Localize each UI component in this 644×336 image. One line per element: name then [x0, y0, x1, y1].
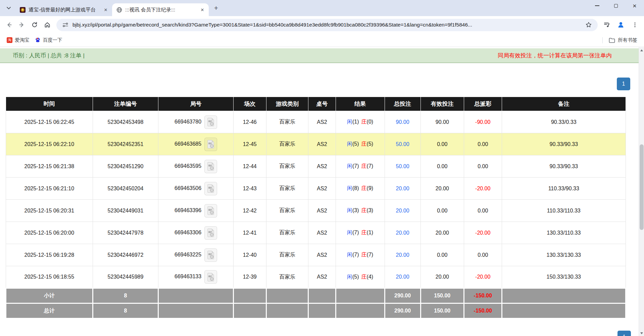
- bookmarks-bar: 淘 爱淘宝 百度一下 所有书签: [0, 34, 644, 47]
- browser-toolbar: bjbj.xyz/ipl/portal.php/game/betrecord_s…: [0, 16, 644, 34]
- tab-bet-record[interactable]: :::视讯 会员下注纪录::: ✕: [112, 3, 209, 16]
- bookmark-label: 爱淘宝: [15, 37, 30, 43]
- cell-valid-bet: 20.00: [420, 178, 464, 200]
- cell-valid-bet: 20.00: [420, 266, 464, 288]
- video-replay-button[interactable]: [204, 182, 217, 195]
- forward-icon: [18, 21, 25, 28]
- cell-valid-bet: 0.00: [420, 200, 464, 222]
- cell-table-no: AS2: [308, 266, 336, 288]
- bookmark-label: 百度一下: [43, 37, 62, 43]
- result-banker: 庄: [361, 119, 367, 125]
- result-banker: 庄: [361, 141, 367, 147]
- scroll-up-button[interactable]: [639, 47, 644, 53]
- cell-total-bet: 20.00: [385, 178, 420, 200]
- video-file-icon: [207, 140, 215, 149]
- result-player-count: (7): [352, 252, 359, 257]
- cell-game-type: 百家乐: [266, 111, 308, 133]
- taobao-icon: 淘: [7, 37, 12, 43]
- cell-total-bet: 90.00: [385, 111, 420, 133]
- column-header: 结果: [336, 97, 385, 111]
- round-number: 669463225: [175, 252, 201, 257]
- minimize-button[interactable]: [588, 0, 606, 11]
- video-replay-button[interactable]: [204, 226, 217, 240]
- result-player-count: (3): [352, 207, 359, 213]
- cell-table-no: AS2: [308, 200, 336, 222]
- folder-icon: [609, 38, 615, 43]
- scrollbar-thumb[interactable]: [640, 144, 644, 230]
- cell-total-bet: 20.00: [385, 200, 420, 222]
- video-file-icon: [207, 206, 215, 215]
- table-row: 2025-12-15 06:19:28 523042446972 6694632…: [6, 244, 626, 266]
- video-replay-button[interactable]: [204, 270, 217, 284]
- video-replay-button[interactable]: [204, 248, 217, 262]
- tab-title: 通宝-信誉最好的网上游戏平台: [29, 7, 100, 13]
- tab-search-button[interactable]: [5, 4, 13, 12]
- profile-button[interactable]: [614, 18, 627, 31]
- cell-payout: 0.00: [464, 244, 502, 266]
- result-player-count: (8): [352, 185, 359, 191]
- media-controls-button[interactable]: [600, 18, 613, 31]
- maximize-icon: [614, 4, 618, 8]
- table-summary-row: 小计 8 290.00 150.00 -150.00: [6, 288, 626, 303]
- menu-button[interactable]: [629, 18, 641, 31]
- close-button[interactable]: ✕: [625, 0, 644, 11]
- cell-note: 130.33/110.33: [502, 222, 626, 244]
- cell-session: 12-45: [233, 133, 266, 155]
- minimize-icon: [595, 5, 599, 6]
- home-icon: [44, 21, 51, 28]
- pagination-page-1-button-bottom[interactable]: 1: [617, 331, 631, 336]
- home-button[interactable]: [41, 18, 54, 31]
- cell-time: 2025-12-15 06:19:28: [6, 244, 93, 266]
- cell-session: 12-39: [233, 266, 266, 288]
- pagination-page-1-button[interactable]: 1: [617, 78, 630, 90]
- video-replay-button[interactable]: [204, 138, 217, 151]
- scroll-down-button[interactable]: [639, 330, 644, 336]
- back-button[interactable]: [3, 18, 15, 31]
- site-info-icon[interactable]: [61, 20, 70, 29]
- maximize-button[interactable]: [606, 0, 625, 11]
- tab-close-icon[interactable]: ✕: [199, 7, 205, 13]
- all-bookmarks-button[interactable]: 所有书签: [606, 36, 640, 45]
- url-text[interactable]: bjbj.xyz/ipl/portal.php/game/betrecord_s…: [72, 22, 582, 28]
- cell-result: 闲(1)庄(0): [336, 111, 385, 133]
- tab-title: :::视讯 会员下注纪录:::: [125, 7, 196, 13]
- table-summary-row: 总计 8 290.00 150.00 -150.00: [6, 303, 626, 319]
- cell-note: 110.33/110.33: [502, 200, 626, 222]
- cell-note: 90.33/0.33: [502, 111, 626, 133]
- forward-button[interactable]: [15, 18, 28, 31]
- reload-button[interactable]: [28, 18, 41, 31]
- cell-bet-id: 523042447978: [93, 222, 158, 244]
- video-replay-button[interactable]: [204, 160, 217, 173]
- new-tab-button[interactable]: +: [211, 3, 221, 13]
- browser-window: 通宝-信誉最好的网上游戏平台 ✕ :::视讯 会员下注纪录::: ✕ + ✕: [0, 0, 644, 336]
- table-row: 2025-12-15 06:21:10 523042450204 6694635…: [6, 178, 626, 200]
- toolbar-right-controls: [600, 18, 641, 31]
- cell-result: 闲(3)庄(3): [336, 200, 385, 222]
- cell-round: 669463685: [158, 133, 233, 155]
- bookmark-star-button[interactable]: [584, 20, 593, 29]
- result-banker-count: (5): [367, 141, 374, 147]
- cell-valid-bet: 90.00: [420, 111, 464, 133]
- cell-game-type: 百家乐: [266, 200, 308, 222]
- summary-payout: -150.00: [464, 303, 502, 319]
- summary-total-bet: 290.00: [385, 303, 420, 319]
- tab-close-icon[interactable]: ✕: [103, 7, 109, 13]
- cell-bet-id: 523042445989: [93, 266, 158, 288]
- summary-valid-bet: 150.00: [420, 288, 464, 303]
- table-body: 2025-12-15 06:22:45 523042453498 6694637…: [6, 111, 626, 288]
- vertical-scrollbar[interactable]: [639, 47, 644, 336]
- result-banker-count: (4): [367, 274, 374, 280]
- star-icon: [585, 21, 592, 28]
- address-bar[interactable]: bjbj.xyz/ipl/portal.php/game/betrecord_s…: [56, 19, 598, 31]
- tab-tongbao[interactable]: 通宝-信誉最好的网上游戏平台 ✕: [15, 3, 112, 16]
- video-replay-button[interactable]: [204, 115, 217, 129]
- video-replay-button[interactable]: [204, 204, 217, 218]
- currency-summary-text: 币别 : 人民币 | 总共 :8 注单 |: [13, 52, 85, 59]
- bookmark-baidu[interactable]: 百度一下: [32, 36, 65, 45]
- bookmark-aitaobao[interactable]: 淘 爱淘宝: [4, 36, 32, 45]
- cell-payout: -20.00: [464, 222, 502, 244]
- cell-total-bet: 50.00: [385, 155, 420, 178]
- cell-time: 2025-12-15 06:20:00: [6, 222, 93, 244]
- result-player: 闲: [347, 274, 352, 280]
- page-content: 币别 : 人民币 | 总共 :8 注单 | 同局有效投注，统一计算在该局第一张注…: [0, 47, 644, 336]
